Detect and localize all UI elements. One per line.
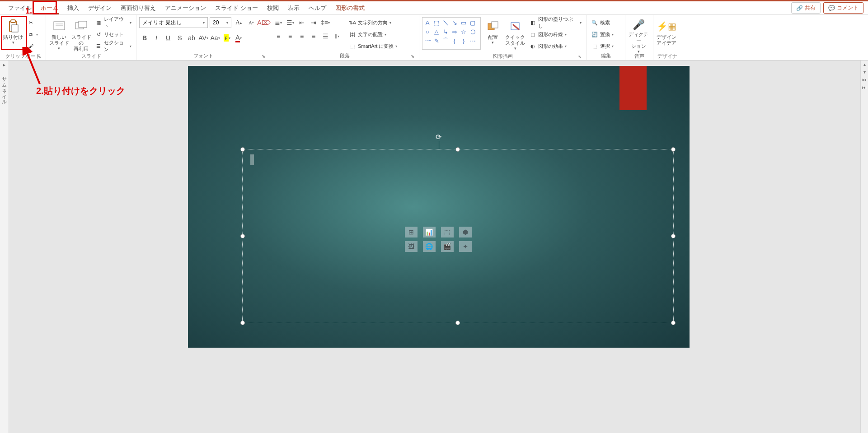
select-button[interactable]: ⬚選択▾ xyxy=(589,41,615,51)
shape-connector-icon[interactable]: ↳ xyxy=(441,28,450,36)
section-button[interactable]: ☰セクション▾ xyxy=(93,41,133,51)
slide[interactable]: ⟳ ⊞ 📊 ⬚ ⬢ 🖼 🌐 🎬 ✦ xyxy=(188,66,690,348)
shape-freeform-icon[interactable]: ✎ xyxy=(432,37,441,45)
tab-review[interactable]: 校閲 xyxy=(263,2,283,14)
shape-curve-icon[interactable]: 〰 xyxy=(423,37,432,45)
font-name-combo[interactable]: メイリオ 見出し▾ xyxy=(139,17,208,28)
italic-button[interactable]: I xyxy=(151,33,162,43)
resize-handle-br[interactable] xyxy=(671,321,676,325)
insert-icon-icon[interactable]: ✦ xyxy=(459,241,472,252)
cut-button[interactable]: ✂ xyxy=(25,17,40,28)
decrease-font-button[interactable]: A▾ xyxy=(246,17,257,28)
tab-slideshow[interactable]: スライド ショー xyxy=(211,2,263,14)
quick-styles-button[interactable]: クイック スタイル ▾ xyxy=(505,17,526,52)
clear-formatting-button[interactable]: A⌦ xyxy=(258,17,269,28)
shape-brace-l-icon[interactable]: { xyxy=(450,37,459,45)
tab-help[interactable]: ヘルプ xyxy=(304,2,331,14)
insert-3d-icon[interactable]: ⬢ xyxy=(459,227,472,237)
resize-handle-tc[interactable] xyxy=(455,147,460,152)
insert-chart-icon[interactable]: 📊 xyxy=(423,227,436,237)
insert-online-picture-icon[interactable]: 🌐 xyxy=(423,241,436,252)
shapes-gallery[interactable]: A ⬚ ＼ ↘ ▭ ▢ ○ △ ↳ ⇨ ☆ ⬡ 〰 ✎ ⌒ { } ⋯ xyxy=(422,17,481,50)
arrange-button[interactable]: 配置 ▾ xyxy=(483,17,503,52)
shape-textbox-icon[interactable]: A xyxy=(423,19,432,27)
distribute-button[interactable]: ☰ xyxy=(320,31,331,42)
slide-canvas[interactable]: ⟳ ⊞ 📊 ⬚ ⬢ 🖼 🌐 🎬 ✦ xyxy=(9,61,868,433)
insert-table-icon[interactable]: ⊞ xyxy=(405,227,418,237)
bold-button[interactable]: B xyxy=(139,33,150,43)
char-spacing-button[interactable]: AV▾ xyxy=(198,33,209,43)
increase-indent-button[interactable]: ⇥ xyxy=(308,17,319,28)
layout-button[interactable]: ▦レイアウト▾ xyxy=(93,17,133,28)
shape-arrow-icon[interactable]: ↘ xyxy=(450,19,459,27)
resize-handle-bl[interactable] xyxy=(240,321,245,325)
decrease-indent-button[interactable]: ⇤ xyxy=(296,17,307,28)
prev-slide-button[interactable]: ⏮ xyxy=(861,76,868,84)
justify-button[interactable]: ≡ xyxy=(308,31,319,42)
shape-arrow2-icon[interactable]: ⇨ xyxy=(450,28,459,36)
shadow-button[interactable]: ab xyxy=(186,33,197,43)
rotate-handle[interactable]: ⟳ xyxy=(436,133,441,141)
tab-shape-format[interactable]: 図形の書式 xyxy=(331,2,369,14)
dialog-launcher-icon[interactable]: ⬊ xyxy=(577,54,582,60)
shape-hex-icon[interactable]: ⬡ xyxy=(469,28,477,36)
shape-star-icon[interactable]: ☆ xyxy=(460,28,468,36)
replace-button[interactable]: 🔄置換▾ xyxy=(589,29,615,40)
dialog-launcher-icon[interactable]: ⬊ xyxy=(410,54,415,59)
underline-button[interactable]: U xyxy=(163,33,174,43)
insert-smartart-icon[interactable]: ⬚ xyxy=(441,227,454,237)
new-slide-button[interactable]: 新しい スライド ▾ xyxy=(49,17,69,52)
shape-rect-icon[interactable]: ▭ xyxy=(460,19,468,27)
line-spacing-button[interactable]: ‡≡▾ xyxy=(320,17,331,28)
reuse-slides-button[interactable]: スライドの 再利用 xyxy=(71,17,91,52)
text-direction-button[interactable]: ⇅A文字列の方向▾ xyxy=(347,17,399,28)
numbering-button[interactable]: ☰▾ xyxy=(285,17,296,28)
share-button[interactable]: 🔗共有 xyxy=(791,2,821,14)
increase-font-button[interactable]: A▴ xyxy=(233,17,244,28)
tab-animations[interactable]: アニメーション xyxy=(160,2,211,14)
convert-smartart-button[interactable]: ⬚SmartArt に変換▾ xyxy=(347,41,399,51)
shape-arc-icon[interactable]: ⌒ xyxy=(441,37,450,45)
find-button[interactable]: 🔍検索 xyxy=(589,17,615,28)
align-right-button[interactable]: ≡ xyxy=(296,31,307,42)
shape-effects-button[interactable]: ◐図形の効果▾ xyxy=(527,41,583,51)
shape-brace-r-icon[interactable]: } xyxy=(460,37,468,45)
shape-more-icon[interactable]: ⋯ xyxy=(469,37,477,45)
design-ideas-button[interactable]: ⚡▦ デザイン アイデア xyxy=(656,17,677,52)
font-color-button[interactable]: A▾ xyxy=(233,33,244,43)
reset-button[interactable]: ↺リセット xyxy=(93,29,133,40)
dictate-button[interactable]: 🎤 ディクテー ション ▾ xyxy=(628,17,649,52)
shape-fill-button[interactable]: ◧図形の塗りつぶし▾ xyxy=(527,17,583,28)
highlight-button[interactable]: ꜰ▾ xyxy=(221,33,232,43)
shape-line-icon[interactable]: ＼ xyxy=(441,19,450,27)
align-text-button[interactable]: [‡]文字の配置▾ xyxy=(347,29,399,40)
resize-handle-bc[interactable] xyxy=(455,321,460,325)
dialog-launcher-icon[interactable]: ⬊ xyxy=(261,54,266,59)
shape-oval-icon[interactable]: ○ xyxy=(423,28,432,36)
align-left-button[interactable]: ≡ xyxy=(273,31,284,42)
resize-handle-tl[interactable] xyxy=(240,147,245,152)
resize-handle-mr[interactable] xyxy=(671,234,676,238)
tab-design[interactable]: デザイン xyxy=(84,2,116,14)
tab-insert[interactable]: 挿入 xyxy=(63,2,84,14)
strikethrough-button[interactable]: S xyxy=(174,33,185,43)
shape-vtextbox-icon[interactable]: ⬚ xyxy=(432,19,441,27)
expand-thumbnails-button[interactable]: ▸ xyxy=(3,61,5,69)
scroll-up-button[interactable]: ▴ xyxy=(861,61,868,68)
comment-button[interactable]: 💬コメント xyxy=(823,2,863,14)
tab-transitions[interactable]: 画面切り替え xyxy=(116,2,160,14)
shape-outline-button[interactable]: ▢図形の枠線▾ xyxy=(527,29,583,40)
vertical-scrollbar[interactable]: ▴ ▾ ⏮ ⏭ xyxy=(860,61,868,433)
resize-handle-tr[interactable] xyxy=(671,147,676,152)
tab-view[interactable]: 表示 xyxy=(283,2,304,14)
change-case-button[interactable]: Aa▾ xyxy=(210,33,221,43)
insert-video-icon[interactable]: 🎬 xyxy=(441,241,454,252)
insert-picture-icon[interactable]: 🖼 xyxy=(405,241,418,252)
resize-handle-ml[interactable] xyxy=(240,234,245,238)
shape-roundrect-icon[interactable]: ▢ xyxy=(469,19,477,27)
align-center-button[interactable]: ≡ xyxy=(285,31,296,42)
font-size-combo[interactable]: 20▾ xyxy=(210,17,231,28)
scroll-down-button[interactable]: ▾ xyxy=(861,68,868,76)
bullets-button[interactable]: ≣▾ xyxy=(273,17,284,28)
dialog-launcher-icon[interactable]: ⬊ xyxy=(37,54,42,60)
